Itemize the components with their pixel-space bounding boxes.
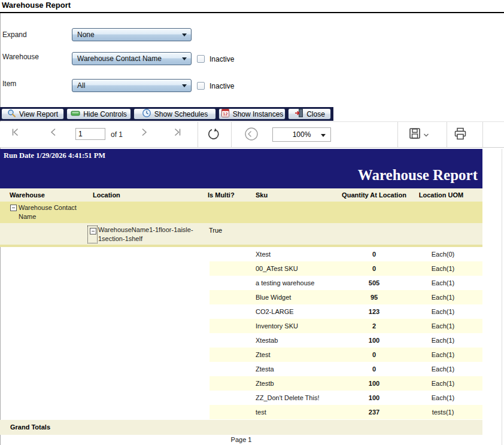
last-page-icon <box>172 126 184 141</box>
sku-cell: test <box>256 409 266 416</box>
uom-cell: Each(1) <box>413 265 473 272</box>
location-group-row <box>0 223 482 245</box>
exit-icon <box>294 108 303 120</box>
controls-icon <box>71 109 80 120</box>
last-page-button[interactable] <box>171 127 185 140</box>
sku-rows: Xtest 0 Each(0) 00_ATest SKU 0 Each(1) a… <box>0 247 482 419</box>
next-page-icon <box>138 126 150 141</box>
expand-dropdown[interactable]: None <box>72 28 192 41</box>
table-row: Ztestb 100 Each(1) <box>0 376 482 391</box>
uom-cell: Each(1) <box>413 294 473 301</box>
first-page-icon <box>9 126 21 141</box>
chevron-down-icon <box>182 33 187 36</box>
table-row: Blue Widget 95 Each(1) <box>0 290 482 304</box>
item-dropdown[interactable]: All <box>72 79 192 92</box>
report-title: Warehouse Report <box>0 167 478 184</box>
expand-dropdown-value: None <box>77 31 95 39</box>
show-instances-label: Show Instances <box>233 110 284 118</box>
item-inactive-label: Inactive <box>210 82 234 90</box>
quantity-cell: 0 <box>344 365 404 373</box>
viewer-right-border <box>502 149 502 445</box>
print-button[interactable] <box>453 127 467 144</box>
sku-cell: Ztest <box>256 351 270 358</box>
show-instances-button[interactable]: 12 Show Instances <box>218 108 286 120</box>
warehouse-dropdown[interactable]: Warehouse Contact Name <box>72 52 192 65</box>
uom-cell: Each(1) <box>413 308 473 315</box>
column-header-sku: Sku <box>256 191 268 199</box>
page-title: Warehouse Report <box>2 1 71 10</box>
quantity-cell: 2 <box>344 322 404 330</box>
close-button[interactable]: Close <box>288 108 331 120</box>
table-row: test 237 tests(1) <box>0 405 482 419</box>
toolbar-separator <box>198 122 198 147</box>
collapse-toggle-icon[interactable] <box>90 228 96 234</box>
hide-controls-label: Hide Controls <box>83 110 127 118</box>
sku-cell: ZZ_Don't Delete This! <box>256 394 319 401</box>
item-label: Item <box>2 80 16 88</box>
column-header-warehouse: Warehouse <box>10 191 45 199</box>
column-header-location: Location <box>93 191 120 199</box>
quantity-cell: 95 <box>344 294 404 301</box>
sku-cell: Xtestab <box>256 337 278 344</box>
uom-cell: tests(1) <box>413 409 473 416</box>
sku-cell: Xtest <box>256 251 271 258</box>
uom-cell: Each(1) <box>413 351 473 358</box>
table-row: 00_ATest SKU 0 Each(1) <box>0 261 482 276</box>
next-page-button[interactable] <box>137 127 151 140</box>
sku-cell: CO2-LARGE <box>256 308 294 315</box>
warehouse-inactive-checkbox[interactable] <box>197 55 205 63</box>
item-inactive-checkbox[interactable] <box>197 82 205 90</box>
save-icon <box>408 127 421 142</box>
quantity-cell: 0 <box>344 251 404 258</box>
sku-cell: Ztestb <box>256 380 274 387</box>
action-button-strip: View Report Hide Controls Show Schedules… <box>0 107 333 121</box>
chevron-down-icon <box>321 134 326 137</box>
back-button[interactable] <box>244 126 259 144</box>
column-header-quantity: Quantity At Location <box>338 191 410 199</box>
page-number-input[interactable] <box>75 128 105 140</box>
table-header-row <box>0 188 482 202</box>
toolbar-separator <box>231 122 232 147</box>
sku-cell: 00_ATest SKU <box>256 265 298 272</box>
quantity-cell: 123 <box>344 308 404 315</box>
quantity-cell: 505 <box>344 279 404 286</box>
quantity-cell: 100 <box>344 337 404 344</box>
calendar-icon: 12 <box>221 108 230 120</box>
quantity-cell: 100 <box>344 380 404 387</box>
toolbar-separator <box>482 122 483 147</box>
grand-totals-row <box>0 420 482 435</box>
title-divider <box>0 12 504 13</box>
expand-label: Expand <box>2 31 27 39</box>
close-label: Close <box>306 110 325 118</box>
refresh-icon <box>206 133 221 144</box>
chevron-down-icon <box>423 129 429 140</box>
sku-cell: Inventory SKU <box>256 322 298 330</box>
save-export-button[interactable] <box>408 127 429 142</box>
show-schedules-button[interactable]: Show Schedules <box>133 108 216 120</box>
hide-controls-button[interactable]: Hide Controls <box>66 108 131 120</box>
refresh-button[interactable] <box>206 126 221 144</box>
collapse-toggle-icon[interactable] <box>10 205 17 211</box>
back-icon <box>244 133 259 144</box>
first-page-button[interactable] <box>8 127 22 140</box>
uom-cell: Each(1) <box>413 337 473 344</box>
svg-text:12: 12 <box>223 111 227 117</box>
quantity-cell: 0 <box>344 351 404 358</box>
zoom-select[interactable]: 100% <box>272 127 331 142</box>
table-row: ZZ_Don't Delete This! 100 Each(1) <box>0 391 482 405</box>
view-report-button[interactable]: View Report <box>1 108 64 120</box>
column-header-uom: Location UOM <box>411 191 471 199</box>
warehouse-group-label: Warehouse Contact Name <box>19 203 83 221</box>
warehouse-label: Warehouse <box>2 53 39 61</box>
is-multi-value: True <box>209 227 222 234</box>
previous-page-button[interactable] <box>46 127 60 140</box>
zoom-value: 100% <box>293 130 311 139</box>
uom-cell: Each(0) <box>413 251 473 258</box>
location-group-label: WarehouseName1-1floor-1aisle-1section-1s… <box>98 225 204 243</box>
warehouse-inactive-label: Inactive <box>210 55 234 63</box>
table-row: Ztest 0 Each(1) <box>0 348 482 362</box>
view-report-label: View Report <box>19 110 58 118</box>
grand-totals-label: Grand Totals <box>10 423 50 431</box>
toolbar-separator <box>447 122 447 147</box>
table-row: Xtestab 100 Each(1) <box>0 333 482 348</box>
